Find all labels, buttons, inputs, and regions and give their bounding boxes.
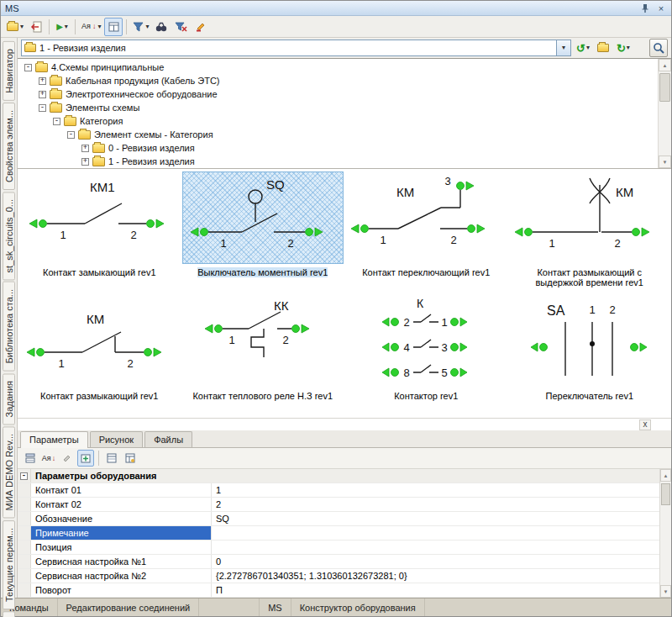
terminal-label: 4 [404,341,410,354]
collapse-toggle[interactable]: - [53,118,60,125]
symbol-card-selector-switch[interactable]: SA 1 2 Переключатель rev1 [508,294,672,418]
property-value[interactable]: SQ [212,512,659,525]
tab-parameters[interactable]: Параметры [20,431,88,448]
open-button[interactable]: ▾ [4,18,26,36]
property-row[interactable]: Позиция [18,541,659,555]
collapse-toggle[interactable]: + [39,77,46,85]
tree-scrollbar[interactable]: ▲ ▼ [658,59,671,168]
statusbar-item-connection-editing[interactable]: Редактирование соединений [58,599,200,616]
run-icon: ▶ [56,23,63,31]
tab-files[interactable]: Файлы [144,431,192,447]
property-grid: - Параметры оборудования Контакт 01 1 Ко… [18,469,671,598]
property-category-row[interactable]: - Параметры оборудования [18,469,659,483]
scroll-up-button[interactable]: ▲ [659,59,671,71]
property-value[interactable]: 1 [212,483,659,497]
property-value[interactable]: {2.272786701340351; 1.310360132673281; 0… [212,569,659,583]
dropdown-icon: ▾ [627,45,630,51]
tree-node[interactable]: + 1 - Ревизия изделия [18,155,658,168]
property-row[interactable]: Контакт 01 1 [18,483,659,498]
property-row[interactable]: Сервисная настройка №1 0 [18,555,659,569]
sort-alpha-button[interactable]: Ая ↓ [40,450,57,467]
tree-node[interactable]: + 0 - Ревизия изделия [18,141,658,155]
property-row[interactable]: Поворот П [18,583,659,598]
run-button[interactable]: ▶ ▾ [53,18,71,36]
filter-clear-button[interactable] [171,18,190,36]
revision-combobox[interactable]: 1 - Ревизия изделия ▾ [21,40,571,56]
symbol-card-changeover-contact[interactable]: КМ 1 2 3 Контакт переключающий rev1 [344,171,508,294]
layout-toggle-button[interactable] [104,18,123,36]
categorize-button[interactable] [22,450,39,467]
close-x-button[interactable]: x [639,419,651,430]
parent-folder-button[interactable] [595,39,612,57]
scroll-thumb[interactable] [659,73,670,102]
tree-node-label: 0 - Ревизия изделия [108,143,195,153]
scroll-thumb[interactable] [661,483,670,505]
collapse-toggle[interactable]: + [81,145,89,152]
symbol-card-no-contact[interactable]: КМ1 1 2 Контакт замыкающий rev1 [18,171,181,294]
property-value[interactable]: 2 [212,498,659,511]
form-view-button[interactable] [103,450,120,467]
sidebar-tab-standard-library[interactable]: Библиотека ста... [3,282,15,372]
scroll-down-button[interactable]: ▼ [660,585,671,598]
history-back-button[interactable]: ↺ ▾ [574,39,592,57]
import-button[interactable] [27,18,45,36]
tree-node[interactable]: - 4.Схемы принципиальные [18,61,658,74]
apply-button[interactable] [77,450,94,467]
property-value[interactable]: 0 [212,555,659,568]
symbol-card-nc-time-delay-contact[interactable]: КМ 1 2 Контакт размыкающий с выдержкой в… [508,171,672,294]
collapse-toggle[interactable]: + [81,158,89,166]
sidebar-tab-navigator[interactable]: Навигатор [3,41,15,101]
toolbar-separator [126,19,127,34]
symbol-card-thermal-relay-contact[interactable]: КК 1 2 Контакт теплового реле Н.З rev1 [181,294,345,418]
statusbar-item-ms[interactable]: MS [260,599,291,616]
property-row[interactable]: Контакт 02 2 [18,498,659,512]
collapse-toggle[interactable]: - [24,64,32,71]
search-button[interactable] [649,39,668,57]
symbol-drawing-selector-switch: SA 1 2 [510,295,669,388]
combo-dropdown-button[interactable]: ▾ [556,40,570,55]
collapse-toggle[interactable]: - [67,131,75,139]
scroll-track[interactable] [660,482,671,585]
grid-scrollbar[interactable]: ▲ ▼ [659,469,671,598]
sidebar-tab-current-variables[interactable]: Текущие перем... [3,520,15,609]
tree-node[interactable]: - Элементы схемы [18,101,658,114]
table-settings-button[interactable] [122,450,139,467]
close-button[interactable]: × [655,3,667,13]
property-value[interactable] [212,541,659,554]
tree-node-label: Категория [80,116,123,126]
collapse-toggle[interactable]: - [39,104,46,112]
tree-node[interactable]: - Элемент схемы - Категория [18,128,658,141]
tree-node[interactable]: + Электротехническое оборудование [18,87,658,101]
property-row[interactable]: Обозначение SQ [18,512,659,526]
sidebar-tab-mia-demo[interactable]: МИА DEMO Rev... [3,426,15,518]
property-row[interactable]: Сервисная настройка №2 {2.27278670134035… [18,569,659,583]
scroll-track[interactable] [659,71,671,156]
format-button[interactable] [191,18,209,36]
tab-drawing[interactable]: Рисунок [90,431,144,447]
history-forward-button[interactable]: ↻ ▾ [614,39,633,57]
symbol-card-nc-contact[interactable]: КМ 1 2 Контакт размыкающий rev1 [18,294,181,418]
sort-button[interactable]: Ая ↓ ▾ [79,18,103,36]
sidebar-tab-st-sk-circuits[interactable]: st_sk_circuits_0... [3,192,15,280]
scroll-up-button[interactable]: ▲ [660,469,671,482]
edit-button[interactable] [59,450,76,467]
filter-button[interactable]: ▾ [130,18,151,36]
tree-node[interactable]: + Кабельная продукция (Кабель ЭТС) [18,74,658,87]
property-value[interactable] [212,526,659,540]
property-label: Сервисная настройка №1 [31,555,212,568]
sidebar-tab-chat[interactable]: Чат [3,611,15,617]
sidebar-tab-tasks[interactable]: Задания [3,373,15,425]
find-button[interactable] [152,18,171,36]
collapse-toggle[interactable]: + [39,91,46,98]
scroll-down-button[interactable]: ▼ [659,156,671,168]
pin-button[interactable] [639,3,651,13]
sidebar-tab-element-properties[interactable]: Свойства элем... [3,103,15,190]
tree-node[interactable]: - Категория [18,114,658,128]
statusbar-item-equipment-constructor[interactable]: Конструктор оборудования [291,599,425,616]
symbol-card-contactor[interactable]: К 2 1 4 3 [344,294,508,418]
symbol-card-momentary-switch[interactable]: SQ 1 2 Выключатель моментный rev1 [181,171,345,294]
property-row-selected[interactable]: Примечание [18,526,659,541]
category-collapse-toggle[interactable]: - [20,472,28,480]
property-value[interactable]: П [212,583,659,597]
symbol-caption: Контакт теплового реле Н.З rev1 [192,391,333,401]
